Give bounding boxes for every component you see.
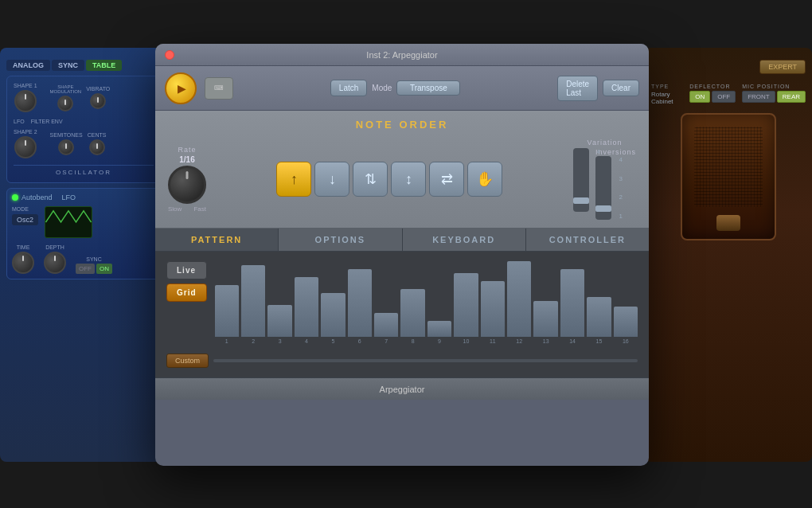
vibrato-knob[interactable] [90,93,106,109]
arrow-random-btn[interactable]: ⇄ [429,162,464,197]
play-button[interactable] [165,72,197,104]
type-value: Rotary Cabinet [651,91,683,105]
arrow-up-btn[interactable]: ↑ [276,162,311,197]
rate-knob[interactable] [168,166,206,204]
arrow-inward-btn[interactable]: ↕ [391,162,426,197]
lfo-display [45,206,92,238]
deflector-group: DEFLECTOR ON OFF [689,84,736,105]
keyboard-icon: ⌨ [205,77,233,100]
filter-env-label: FILTER ENV [31,119,63,124]
deflector-label: DEFLECTOR [689,84,736,89]
deflector-on-btn[interactable]: ON [689,91,710,103]
lfo-label: LFO [62,193,76,201]
autobend-label: Autobend [21,193,53,201]
arp-window: Inst 2: Arpeggiator ⌨ Latch Mode Transpo… [155,44,649,466]
mic-rear-btn[interactable]: REAR [777,91,806,103]
inversions-slider[interactable]: 4321 [595,156,611,220]
mode-label: Mode [372,84,392,92]
cents-knob[interactable] [89,139,105,155]
bar-col[interactable]: 15 [587,297,611,344]
oscillator-section: SHAPE 1 SHAPEMODULATION VIBRATO LFO FILT… [6,76,161,183]
latch-group: Latch Mode Transpose [330,80,460,96]
arrow-hand-btn[interactable]: ✋ [467,162,502,197]
type-group: TYPE Rotary Cabinet [651,84,683,105]
tab-controller[interactable]: CONTROLLER [526,229,649,251]
lfo-sub-label: LFO [14,119,25,124]
tab-analog[interactable]: ANALOG [6,60,50,71]
tab-table[interactable]: TABLE [86,60,122,71]
shape1-knob[interactable] [14,90,37,112]
mode-select[interactable]: Transpose [396,80,460,96]
semitones-knob[interactable] [58,139,74,155]
variation-slider[interactable]: 4321 [573,148,589,212]
bar-col[interactable]: 10 [454,273,478,344]
deflector-off-btn[interactable]: OFF [712,91,736,103]
bars-container: 12345678910111213141516 [215,261,638,344]
shape2-knob[interactable] [14,136,37,158]
latch-button[interactable]: Latch [330,80,367,96]
variation-section: Variation 4321 Inversions 4321 [573,139,636,220]
shape-mod-knob[interactable] [57,96,73,111]
lfo-power-indicator [12,194,18,201]
bar-col[interactable]: 11 [481,281,505,344]
sync-on-btn[interactable]: ON [96,264,112,274]
right-panel: EXPERT TYPE Rotary Cabinet DEFLECTOR ON … [651,60,806,450]
rate-value: 1/16 [179,155,194,164]
shape2-label: SHAPE 2 [14,129,37,135]
bar-col[interactable]: 5 [321,293,345,344]
right-controls: TYPE Rotary Cabinet DEFLECTOR ON OFF MIC… [651,84,806,105]
custom-btn[interactable]: Custom [166,354,209,368]
bar-col[interactable]: 14 [560,269,584,344]
custom-slider[interactable] [213,359,638,362]
depth-knob[interactable] [44,252,66,274]
inversions-label: Inversions [595,148,636,156]
bar-col[interactable]: 9 [427,321,451,344]
clear-button[interactable]: Clear [603,80,639,96]
time-label: TIME [17,244,30,250]
lfo-section: Autobend LFO MODE Osc2 TIME DEPTH [6,188,161,279]
variation-label: Variation [588,139,623,147]
delete-last-button[interactable]: DeleteLast [557,76,598,101]
lfo-mode-value[interactable]: Osc2 [12,214,38,225]
cents-label: CENTS [88,132,107,138]
grid-btn[interactable]: Grid [166,283,207,302]
arp-title: Inst 2: Arpeggiator [366,50,437,60]
bar-col[interactable]: 6 [348,269,372,344]
bar-col[interactable]: 1 [215,285,239,344]
bar-col[interactable]: 3 [267,305,291,344]
depth-label: DEPTH [45,244,64,250]
rate-section: Rate 1/16 Slow Fast [168,146,206,213]
speaker-box [681,113,776,240]
tab-pattern[interactable]: PATTERN [155,229,279,251]
bar-col[interactable]: 12 [507,261,531,344]
arrow-updown-btn[interactable]: ⇅ [353,162,388,197]
slow-label: Slow [168,205,182,213]
tab-options[interactable]: OPTIONS [279,229,402,251]
bar-col[interactable]: 13 [533,301,557,344]
synth-tabs: ANALOG SYNC TABLE [6,60,161,71]
bar-col[interactable]: 4 [295,277,318,344]
rate-label: Rate [178,146,196,154]
bar-col[interactable]: 16 [614,307,638,344]
bar-col[interactable]: 2 [241,265,265,344]
mic-front-btn[interactable]: FRONT [742,91,775,103]
window-close-btn[interactable] [165,50,174,60]
expert-button[interactable]: EXPERT [759,60,806,74]
time-knob[interactable] [12,252,34,274]
arrow-buttons: ↑ ↓ ⇅ ↕ ⇄ ✋ [216,162,564,197]
mic-element [716,215,740,231]
oscillator-divider: OSCILLATOR [14,165,154,176]
sync-off-btn[interactable]: OFF [76,264,95,274]
tabs-bar: PATTERN OPTIONS KEYBOARD CONTROLLER [155,229,649,252]
lfo-mode-label: MODE [12,206,38,212]
bar-col[interactable]: 8 [400,289,424,344]
fast-label: Fast [193,205,206,213]
arp-bottom-title: Arpeggiator [380,385,425,394]
tab-sync[interactable]: SYNC [52,60,84,71]
sync-label: SYNC [86,256,101,262]
bar-col[interactable]: 7 [374,313,398,344]
arrow-down-btn[interactable]: ↓ [314,162,349,197]
live-btn[interactable]: Live [166,261,207,279]
mic-position-label: MIC POSITION [742,84,806,89]
tab-keyboard[interactable]: KEYBOARD [403,229,526,251]
